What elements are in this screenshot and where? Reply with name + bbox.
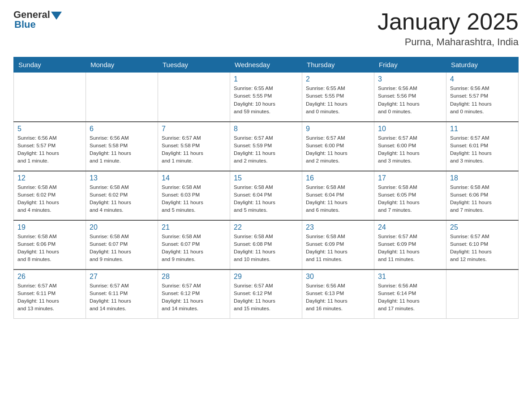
day-info: Sunrise: 6:57 AM Sunset: 5:59 PM Dayligh… bbox=[234, 134, 298, 165]
day-info: Sunrise: 6:56 AM Sunset: 5:56 PM Dayligh… bbox=[378, 85, 442, 116]
day-number: 25 bbox=[450, 223, 515, 231]
calendar-day-cell: 29Sunrise: 6:57 AM Sunset: 6:12 PM Dayli… bbox=[230, 270, 302, 319]
day-info: Sunrise: 6:58 AM Sunset: 6:09 PM Dayligh… bbox=[306, 233, 370, 264]
calendar-day-cell bbox=[14, 73, 86, 122]
calendar-day-cell: 27Sunrise: 6:57 AM Sunset: 6:11 PM Dayli… bbox=[86, 270, 158, 319]
calendar-day-cell: 13Sunrise: 6:58 AM Sunset: 6:02 PM Dayli… bbox=[86, 171, 158, 220]
calendar-table: SundayMondayTuesdayWednesdayThursdayFrid… bbox=[13, 57, 519, 319]
header-tuesday: Tuesday bbox=[158, 57, 230, 73]
calendar-day-cell: 17Sunrise: 6:58 AM Sunset: 6:05 PM Dayli… bbox=[374, 171, 446, 220]
calendar-day-cell: 18Sunrise: 6:58 AM Sunset: 6:06 PM Dayli… bbox=[446, 171, 519, 220]
day-info: Sunrise: 6:56 AM Sunset: 6:13 PM Dayligh… bbox=[306, 282, 370, 313]
logo-arrow-icon bbox=[51, 12, 62, 20]
day-number: 31 bbox=[378, 273, 442, 281]
calendar-day-cell: 28Sunrise: 6:57 AM Sunset: 6:12 PM Dayli… bbox=[158, 270, 230, 319]
calendar-day-cell: 8Sunrise: 6:57 AM Sunset: 5:59 PM Daylig… bbox=[230, 122, 302, 171]
calendar-day-cell: 9Sunrise: 6:57 AM Sunset: 6:00 PM Daylig… bbox=[302, 122, 374, 171]
title-block: January 2025 Purna, Maharashtra, India bbox=[378, 9, 519, 48]
day-number: 18 bbox=[450, 174, 515, 182]
day-number: 14 bbox=[162, 174, 226, 182]
calendar-day-cell: 31Sunrise: 6:56 AM Sunset: 6:14 PM Dayli… bbox=[374, 270, 446, 319]
day-number: 16 bbox=[306, 174, 370, 182]
calendar-day-cell: 1Sunrise: 6:55 AM Sunset: 5:55 PM Daylig… bbox=[230, 73, 302, 122]
day-number: 20 bbox=[90, 223, 154, 231]
day-info: Sunrise: 6:56 AM Sunset: 5:57 PM Dayligh… bbox=[17, 134, 82, 165]
header-sunday: Sunday bbox=[14, 57, 86, 73]
calendar-week-row: 26Sunrise: 6:57 AM Sunset: 6:11 PM Dayli… bbox=[14, 270, 519, 319]
day-number: 24 bbox=[378, 223, 442, 231]
calendar-day-cell: 10Sunrise: 6:57 AM Sunset: 6:00 PM Dayli… bbox=[374, 122, 446, 171]
day-number: 23 bbox=[306, 223, 370, 231]
day-number: 5 bbox=[17, 125, 82, 133]
calendar-day-cell: 30Sunrise: 6:56 AM Sunset: 6:13 PM Dayli… bbox=[302, 270, 374, 319]
day-number: 10 bbox=[378, 125, 442, 133]
calendar-day-cell: 23Sunrise: 6:58 AM Sunset: 6:09 PM Dayli… bbox=[302, 220, 374, 270]
day-number: 9 bbox=[306, 125, 370, 133]
calendar-week-row: 19Sunrise: 6:58 AM Sunset: 6:06 PM Dayli… bbox=[14, 220, 519, 270]
calendar-day-cell: 21Sunrise: 6:58 AM Sunset: 6:07 PM Dayli… bbox=[158, 220, 230, 270]
calendar-location: Purna, Maharashtra, India bbox=[378, 36, 519, 48]
day-number: 4 bbox=[450, 75, 515, 83]
day-info: Sunrise: 6:58 AM Sunset: 6:06 PM Dayligh… bbox=[450, 184, 515, 214]
calendar-title: January 2025 bbox=[378, 9, 519, 34]
calendar-week-row: 5Sunrise: 6:56 AM Sunset: 5:57 PM Daylig… bbox=[14, 122, 519, 171]
day-info: Sunrise: 6:57 AM Sunset: 6:11 PM Dayligh… bbox=[90, 282, 154, 313]
day-info: Sunrise: 6:57 AM Sunset: 6:09 PM Dayligh… bbox=[378, 233, 442, 264]
calendar-day-cell: 15Sunrise: 6:58 AM Sunset: 6:04 PM Dayli… bbox=[230, 171, 302, 220]
calendar-day-cell: 12Sunrise: 6:58 AM Sunset: 6:02 PM Dayli… bbox=[14, 171, 86, 220]
day-info: Sunrise: 6:57 AM Sunset: 6:00 PM Dayligh… bbox=[378, 134, 442, 165]
day-number: 27 bbox=[90, 273, 154, 281]
day-info: Sunrise: 6:56 AM Sunset: 6:14 PM Dayligh… bbox=[378, 282, 442, 313]
day-info: Sunrise: 6:55 AM Sunset: 5:55 PM Dayligh… bbox=[306, 85, 370, 116]
day-number: 7 bbox=[162, 125, 226, 133]
day-number: 21 bbox=[162, 223, 226, 231]
day-info: Sunrise: 6:58 AM Sunset: 6:07 PM Dayligh… bbox=[162, 233, 226, 264]
calendar-day-cell bbox=[446, 270, 519, 319]
calendar-day-cell: 7Sunrise: 6:57 AM Sunset: 5:58 PM Daylig… bbox=[158, 122, 230, 171]
header-friday: Friday bbox=[374, 57, 446, 73]
day-info: Sunrise: 6:56 AM Sunset: 5:58 PM Dayligh… bbox=[90, 134, 154, 165]
day-info: Sunrise: 6:57 AM Sunset: 6:10 PM Dayligh… bbox=[450, 233, 515, 264]
calendar-day-cell: 6Sunrise: 6:56 AM Sunset: 5:58 PM Daylig… bbox=[86, 122, 158, 171]
calendar-day-cell: 24Sunrise: 6:57 AM Sunset: 6:09 PM Dayli… bbox=[374, 220, 446, 270]
calendar-day-cell: 20Sunrise: 6:58 AM Sunset: 6:07 PM Dayli… bbox=[86, 220, 158, 270]
header-thursday: Thursday bbox=[302, 57, 374, 73]
day-number: 28 bbox=[162, 273, 226, 281]
header-monday: Monday bbox=[86, 57, 158, 73]
calendar-day-cell: 26Sunrise: 6:57 AM Sunset: 6:11 PM Dayli… bbox=[14, 270, 86, 319]
calendar-day-cell: 22Sunrise: 6:58 AM Sunset: 6:08 PM Dayli… bbox=[230, 220, 302, 270]
header-saturday: Saturday bbox=[446, 57, 519, 73]
day-number: 13 bbox=[90, 174, 154, 182]
day-info: Sunrise: 6:57 AM Sunset: 6:12 PM Dayligh… bbox=[234, 282, 298, 313]
page-header: General Blue January 2025 Purna, Maharas… bbox=[13, 9, 519, 48]
day-number: 8 bbox=[234, 125, 298, 133]
day-info: Sunrise: 6:58 AM Sunset: 6:04 PM Dayligh… bbox=[306, 184, 370, 214]
calendar-day-cell: 2Sunrise: 6:55 AM Sunset: 5:55 PM Daylig… bbox=[302, 73, 374, 122]
day-number: 17 bbox=[378, 174, 442, 182]
calendar-day-cell: 25Sunrise: 6:57 AM Sunset: 6:10 PM Dayli… bbox=[446, 220, 519, 270]
day-info: Sunrise: 6:57 AM Sunset: 6:12 PM Dayligh… bbox=[162, 282, 226, 313]
day-number: 6 bbox=[90, 125, 154, 133]
calendar-day-cell bbox=[86, 73, 158, 122]
calendar-day-cell: 4Sunrise: 6:56 AM Sunset: 5:57 PM Daylig… bbox=[446, 73, 519, 122]
day-info: Sunrise: 6:55 AM Sunset: 5:55 PM Dayligh… bbox=[234, 85, 298, 116]
day-number: 11 bbox=[450, 125, 515, 133]
day-info: Sunrise: 6:58 AM Sunset: 6:05 PM Dayligh… bbox=[378, 184, 442, 214]
calendar-day-cell: 5Sunrise: 6:56 AM Sunset: 5:57 PM Daylig… bbox=[14, 122, 86, 171]
day-info: Sunrise: 6:58 AM Sunset: 6:02 PM Dayligh… bbox=[17, 184, 82, 214]
calendar-day-cell: 14Sunrise: 6:58 AM Sunset: 6:03 PM Dayli… bbox=[158, 171, 230, 220]
day-number: 3 bbox=[378, 75, 442, 83]
day-number: 29 bbox=[234, 273, 298, 281]
calendar-week-row: 12Sunrise: 6:58 AM Sunset: 6:02 PM Dayli… bbox=[14, 171, 519, 220]
day-number: 12 bbox=[17, 174, 82, 182]
day-number: 1 bbox=[234, 75, 298, 83]
day-info: Sunrise: 6:58 AM Sunset: 6:07 PM Dayligh… bbox=[90, 233, 154, 264]
day-info: Sunrise: 6:57 AM Sunset: 6:00 PM Dayligh… bbox=[306, 134, 370, 165]
day-info: Sunrise: 6:57 AM Sunset: 6:11 PM Dayligh… bbox=[17, 282, 82, 313]
calendar-day-cell: 16Sunrise: 6:58 AM Sunset: 6:04 PM Dayli… bbox=[302, 171, 374, 220]
day-number: 30 bbox=[306, 273, 370, 281]
calendar-header-row: SundayMondayTuesdayWednesdayThursdayFrid… bbox=[14, 57, 519, 73]
day-info: Sunrise: 6:57 AM Sunset: 6:01 PM Dayligh… bbox=[450, 134, 515, 165]
day-number: 2 bbox=[306, 75, 370, 83]
calendar-day-cell: 11Sunrise: 6:57 AM Sunset: 6:01 PM Dayli… bbox=[446, 122, 519, 171]
